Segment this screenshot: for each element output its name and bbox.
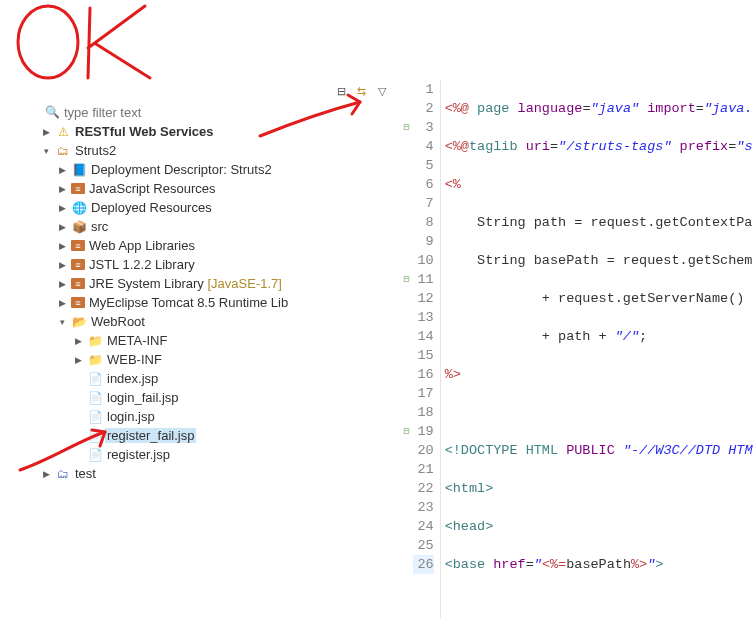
tree-item-loginfail[interactable]: 📄 login_fail.jsp	[40, 388, 397, 407]
tree-label: Deployment Descriptor: Struts2	[89, 162, 274, 177]
expand-icon[interactable]: ▶	[72, 336, 85, 346]
tree-item-regjsp[interactable]: 📄 register.jsp	[40, 445, 397, 464]
package-icon: 📦	[71, 219, 87, 235]
tree-item-webapplib[interactable]: ▶ ≡ Web App Libraries	[40, 236, 397, 255]
tree-item-struts2[interactable]: ▾ 🗂 Struts2	[40, 141, 397, 160]
tree-item-restful[interactable]: ▶ ⚠ RESTful Web Services	[40, 122, 397, 141]
tree-label: MyEclipse Tomcat 8.5 Runtime Lib	[87, 295, 290, 310]
expand-icon[interactable]: ▶	[56, 241, 69, 251]
expand-icon[interactable]: ▶	[56, 165, 69, 175]
tree-item-depdesc[interactable]: ▶ 📘 Deployment Descriptor: Struts2	[40, 160, 397, 179]
project-icon: 🗂	[55, 466, 71, 482]
jsp-file-icon: 📄	[87, 447, 103, 463]
tree-item-indexjsp[interactable]: 📄 index.jsp	[40, 369, 397, 388]
tree-label: JRE System Library [JavaSE-1.7]	[87, 276, 284, 291]
folder-open-icon: 📂	[71, 314, 87, 330]
line-numbers: 123 456 789 101112 131415 161718 192021 …	[413, 80, 441, 619]
library-icon: ≡	[71, 259, 85, 270]
deployment-icon: 📘	[71, 162, 87, 178]
tree-label: register_fail.jsp	[105, 428, 196, 443]
tree-label: JavaScript Resources	[87, 181, 217, 196]
filter-input[interactable]	[64, 105, 393, 120]
tree-item-regfail[interactable]: 📄 register_fail.jsp	[40, 426, 397, 445]
filter-box[interactable]: 🔍	[40, 102, 397, 122]
tree-item-metainf[interactable]: ▶ 📁 META-INF	[40, 331, 397, 350]
expand-icon[interactable]: ▶	[72, 355, 85, 365]
collapse-icon[interactable]: ▾	[56, 317, 69, 327]
project-tree[interactable]: ▶ ⚠ RESTful Web Services ▾ 🗂 Struts2 ▶ 📘…	[40, 122, 397, 619]
tree-label: register.jsp	[105, 447, 172, 462]
folder-icon: 📁	[87, 333, 103, 349]
jsp-file-icon: 📄	[87, 371, 103, 387]
library-icon: ≡	[71, 297, 85, 308]
expand-icon[interactable]: ▶	[40, 127, 53, 137]
library-icon: ≡	[71, 278, 85, 289]
expand-icon[interactable]: ▶	[56, 279, 69, 289]
tree-label: login.jsp	[105, 409, 157, 424]
tree-item-loginjsp[interactable]: 📄 login.jsp	[40, 407, 397, 426]
tree-item-src[interactable]: ▶ 📦 src	[40, 217, 397, 236]
collapse-icon[interactable]: ▾	[40, 146, 53, 156]
code-area[interactable]: <%@ page language="java" import="java. <…	[441, 80, 754, 619]
project-explorer: ⊟ ⇆ ▽ 🔍 ▶ ⚠ RESTful Web Services ▾ 🗂 Str…	[40, 80, 397, 619]
expand-icon[interactable]: ▶	[56, 260, 69, 270]
tree-label: test	[73, 466, 98, 481]
explorer-toolbar: ⊟ ⇆ ▽	[40, 80, 397, 102]
expand-icon[interactable]: ▶	[56, 184, 69, 194]
tree-item-tomcat[interactable]: ▶ ≡ MyEclipse Tomcat 8.5 Runtime Lib	[40, 293, 397, 312]
tree-label: Deployed Resources	[89, 200, 214, 215]
expand-icon[interactable]: ▶	[40, 469, 53, 479]
tree-label: Web App Libraries	[87, 238, 197, 253]
tree-label: login_fail.jsp	[105, 390, 181, 405]
tree-label: index.jsp	[105, 371, 160, 386]
jsp-file-icon: 📄	[87, 409, 103, 425]
tree-label: WEB-INF	[105, 352, 164, 367]
tree-item-jstl[interactable]: ▶ ≡ JSTL 1.2.2 Library	[40, 255, 397, 274]
search-icon: 🔍	[44, 104, 60, 120]
jsp-file-icon: 📄	[87, 390, 103, 406]
tree-label: RESTful Web Services	[73, 124, 215, 139]
expand-icon[interactable]: ▶	[56, 203, 69, 213]
folder-icon: 📁	[87, 352, 103, 368]
globe-icon: 🌐	[71, 200, 87, 216]
folding-column[interactable]: ⊟ ⊟ ⊟	[401, 80, 413, 619]
tree-item-jsres[interactable]: ▶ ≡ JavaScript Resources	[40, 179, 397, 198]
tree-label: META-INF	[105, 333, 169, 348]
tree-label: WebRoot	[89, 314, 147, 329]
view-menu-icon[interactable]: ▽	[375, 84, 389, 98]
expand-icon[interactable]: ▶	[56, 222, 69, 232]
project-icon: 🗂	[55, 143, 71, 159]
tree-label: src	[89, 219, 110, 234]
tree-item-webroot[interactable]: ▾ 📂 WebRoot	[40, 312, 397, 331]
link-editor-icon[interactable]: ⇆	[355, 84, 369, 98]
tree-label: JSTL 1.2.2 Library	[87, 257, 197, 272]
tree-item-jre[interactable]: ▶ ≡ JRE System Library [JavaSE-1.7]	[40, 274, 397, 293]
expand-icon[interactable]: ▶	[56, 298, 69, 308]
tree-item-test[interactable]: ▶ 🗂 test	[40, 464, 397, 483]
library-icon: ≡	[71, 183, 85, 194]
tree-item-webinf[interactable]: ▶ 📁 WEB-INF	[40, 350, 397, 369]
tree-label: Struts2	[73, 143, 118, 158]
code-editor[interactable]: ⊟ ⊟ ⊟ 123 456 789 101112 131415 161718 1…	[401, 80, 754, 619]
svg-point-0	[18, 6, 78, 78]
tree-item-deplres[interactable]: ▶ 🌐 Deployed Resources	[40, 198, 397, 217]
warning-icon: ⚠	[55, 124, 71, 140]
collapse-all-icon[interactable]: ⊟	[335, 84, 349, 98]
jsp-file-icon: 📄	[87, 428, 103, 444]
library-icon: ≡	[71, 240, 85, 251]
